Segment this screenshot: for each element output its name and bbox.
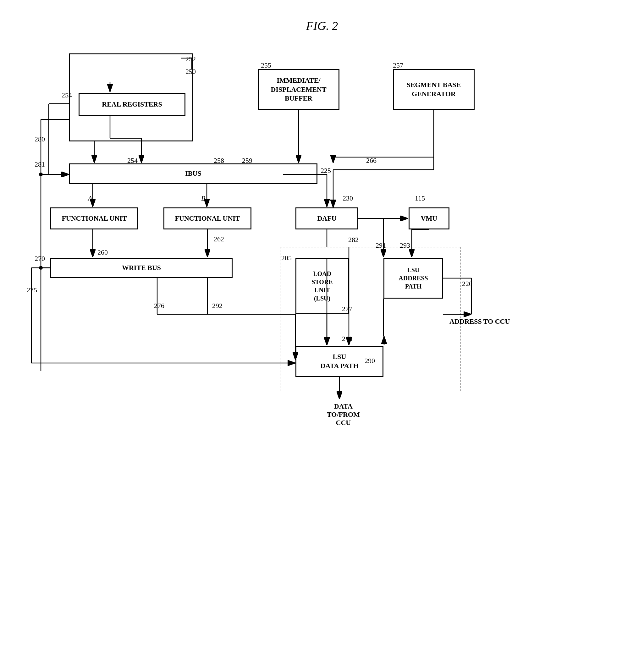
ref-205: 205 [281, 254, 292, 262]
ref-254-arrow: 254 [127, 157, 138, 165]
segment-base-gen-block: SEGMENT BASE GENERATOR [393, 69, 475, 110]
real-registers-block: REAL REGISTERS [78, 93, 185, 116]
ref-254-top: 254 [62, 91, 72, 99]
imm-disp-buffer-block: IMMEDIATE/ DISPLACEMENT BUFFER [258, 69, 340, 110]
data-to-from-ccu-label: DATA TO/FROM CCU [327, 402, 360, 427]
ref-275: 275 [27, 286, 37, 294]
write-bus-block: WRITE BUS [50, 258, 233, 278]
ref-250: 250 [185, 68, 196, 76]
ref-252: 252 [185, 55, 196, 63]
ref-270: 270 [34, 255, 45, 263]
ref-258: 258 [214, 157, 224, 165]
ref-291: 291 [375, 241, 386, 250]
svg-point-54 [39, 172, 43, 176]
ref-210: 210 [342, 335, 352, 343]
ibus-block: IBUS [69, 163, 318, 184]
ref-262: 262 [214, 235, 224, 243]
ref-290: 290 [365, 357, 375, 365]
ref-115: 115 [415, 194, 425, 203]
vmu-block: VMU [409, 207, 450, 230]
ref-282: 282 [348, 236, 359, 244]
svg-point-57 [39, 266, 43, 270]
functional-unit-a-block: FUNCTIONAL UNIT [50, 207, 138, 230]
ref-266: 266 [366, 157, 376, 165]
label-a: A [88, 194, 92, 203]
address-to-ccu-label: ADDRESS TO CCU [450, 318, 510, 326]
ref-259: 259 [242, 157, 252, 165]
ref-276: 276 [154, 302, 164, 310]
ref-257: 257 [393, 61, 403, 69]
lsu-dashed-region [280, 247, 460, 391]
ref-225: 225 [321, 167, 331, 175]
ref-280: 280 [34, 135, 45, 143]
label-b: B [201, 194, 205, 203]
ref-220: 220 [462, 280, 473, 288]
ref-260: 260 [97, 248, 108, 256]
ref-293: 293 [400, 241, 410, 250]
figure-title: FIG. 2 [306, 19, 338, 33]
ref-230: 230 [343, 194, 353, 203]
ref-281: 281 [34, 160, 45, 168]
functional-unit-b-block: FUNCTIONAL UNIT [163, 207, 251, 230]
ref-292: 292 [212, 302, 223, 310]
ref-255: 255 [261, 61, 271, 69]
dafu-block: DAFU [295, 207, 358, 230]
ref-277: 277 [342, 305, 352, 313]
